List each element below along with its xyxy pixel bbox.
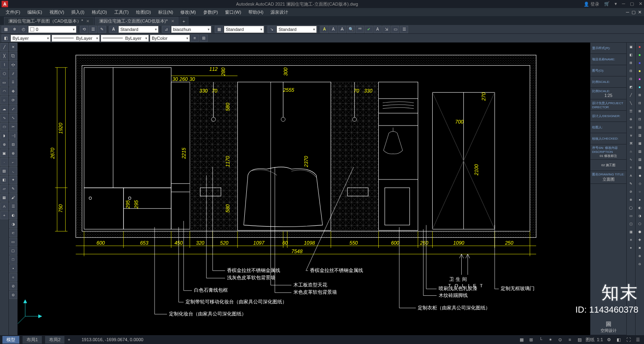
rj8[interactable]: ⊟ [636, 99, 644, 107]
justify-icon[interactable]: ☰ [400, 26, 408, 33]
addsel-icon[interactable]: ＋ [0, 211, 8, 219]
ri1[interactable]: ▣ [627, 43, 635, 50]
ri3[interactable]: ⊞ [627, 59, 635, 66]
more3-icon[interactable]: ⊂ [9, 229, 17, 237]
status-snap-icon[interactable]: ▦ [518, 336, 525, 343]
close-icon[interactable]: ✕ [86, 19, 89, 23]
mini-restore-button[interactable]: ▢ [632, 10, 636, 15]
menu-view[interactable]: 视图(V) [46, 8, 68, 16]
rj5[interactable]: ■ [636, 75, 644, 82]
gradient-icon[interactable]: ◧ [0, 176, 8, 184]
scale-icon[interactable]: ⇲ [382, 26, 390, 33]
rj27[interactable]: ⊕ [636, 252, 644, 260]
rj25[interactable]: ✚ [636, 236, 644, 243]
ri25[interactable]: ☀ [627, 236, 635, 243]
doc-tab-2[interactable]: 澜园住宅施工-立面图(CAD低版本)* ✕ [95, 17, 179, 25]
status-gear-icon[interactable]: ⚙ [605, 336, 613, 343]
rj15[interactable]: ▨ [636, 156, 644, 163]
more2-icon[interactable]: ◑ [9, 220, 17, 228]
status-iso-icon[interactable]: ◧ [615, 336, 622, 343]
ri17[interactable]: A [627, 172, 635, 179]
table-style-icon[interactable]: ▦ [215, 26, 223, 33]
stretch-icon[interactable]: ⤡ [9, 114, 17, 122]
move-icon[interactable]: ✥ [9, 87, 17, 95]
mini-close-button[interactable]: ✕ [638, 10, 642, 15]
menu-file[interactable]: 文件(F) [2, 8, 23, 16]
scale-icon[interactable]: ⤢ [9, 105, 17, 113]
paint-icon[interactable]: 🖌 [9, 194, 17, 202]
layer-prev-icon[interactable]: ☰ [89, 26, 97, 33]
explode-icon[interactable]: ✦ [9, 176, 17, 184]
ri13[interactable]: ⌘ [627, 140, 635, 147]
menu-modify[interactable]: 修改(M) [177, 8, 199, 16]
more8-icon[interactable]: ⟐ [9, 273, 17, 281]
status-lw-icon[interactable]: ≡ [566, 336, 574, 343]
ri6[interactable]: ◩ [627, 83, 635, 91]
menu-param[interactable]: 参数(P) [200, 8, 221, 16]
more1-icon[interactable]: ◐ [9, 211, 17, 219]
extend-icon[interactable]: →| [9, 132, 17, 140]
copy-icon[interactable]: ⿻ [9, 52, 17, 60]
mleaderstyle-combo[interactable]: Standard [277, 26, 317, 33]
ri14[interactable]: ⌂ [627, 148, 635, 155]
linetype-combo[interactable]: ByLayer [52, 35, 100, 42]
minimize-button[interactable]: ─ [622, 1, 625, 7]
rj24[interactable]: ⬢ [636, 228, 644, 235]
ri12[interactable]: ⊎ [627, 132, 635, 139]
find-icon[interactable]: 🔍 [347, 26, 355, 33]
rj12[interactable]: ▥ [636, 132, 644, 139]
ri5[interactable]: ⊡ [627, 75, 635, 82]
ri7[interactable]: ╱ [627, 91, 635, 99]
text-a2-icon[interactable]: A [329, 26, 337, 33]
insert-icon[interactable]: ⊕ [0, 140, 8, 148]
revcloud-icon[interactable]: ☁ [0, 105, 8, 113]
menu-edit[interactable]: 编辑(E) [24, 8, 45, 16]
dim-style-icon[interactable]: ⊿ [162, 26, 170, 33]
line-icon[interactable]: ╱ [0, 43, 8, 51]
rj26[interactable]: ✖ [636, 244, 644, 251]
menu-help[interactable]: 帮助(H) [245, 8, 266, 16]
menu-yuanquan[interactable]: 源泉设计 [267, 8, 291, 16]
status-custom-icon[interactable]: ☰ [634, 336, 642, 343]
status-osnap-icon[interactable]: ⊙ [557, 336, 564, 343]
rectangle-icon[interactable]: ▭ [0, 78, 8, 87]
region-icon[interactable]: ▱ [0, 185, 8, 193]
align-icon[interactable]: ☰ [9, 202, 17, 210]
rj11[interactable]: ▤ [636, 124, 644, 131]
ri16[interactable]: ≡ [627, 164, 635, 171]
pencil-icon[interactable]: ✎ [9, 185, 17, 193]
tablestyle-combo[interactable]: Standard [224, 26, 264, 33]
mleader-style-icon[interactable]: ↘ [268, 26, 276, 33]
status-polar-icon[interactable]: ✶ [547, 336, 554, 343]
polygon-icon[interactable]: ⬡ [0, 70, 8, 78]
ellipse-icon[interactable]: ⬭ [0, 123, 8, 131]
trim-icon[interactable]: ✂ [9, 123, 17, 131]
close-button[interactable]: ✕ [639, 1, 642, 7]
rj3[interactable]: ■ [636, 59, 644, 66]
status-grid-icon[interactable]: ⊞ [528, 336, 535, 343]
color-combo[interactable]: ByLayer [10, 35, 51, 42]
list-icon[interactable]: ≡ [191, 35, 199, 42]
maximize-button[interactable]: ▢ [630, 1, 634, 7]
join-icon[interactable]: ⊕ [9, 149, 17, 157]
rj4[interactable]: ■ [636, 67, 644, 74]
table-icon[interactable]: ▦ [0, 194, 8, 202]
more6-icon[interactable]: □ [9, 255, 17, 264]
dimstyle-combo[interactable]: biaozhun [171, 26, 211, 33]
cart-icon[interactable]: 🛒 [604, 1, 610, 7]
mirror-icon[interactable]: ⦁|⦁ [9, 61, 17, 69]
text-a3-icon[interactable]: A [338, 26, 346, 33]
drawing-canvas[interactable]: 1920 2670 750 2215 295 295 580 1170 580 … [18, 43, 590, 335]
menu-insert[interactable]: 插入(I) [68, 8, 87, 16]
ellipse-arc-icon[interactable]: ◗ [0, 132, 8, 140]
status-scale[interactable]: 1:1 [597, 337, 603, 342]
circle-icon[interactable]: ○ [0, 96, 8, 104]
text-a1-icon[interactable]: A [320, 26, 328, 33]
rj28[interactable]: ⊖ [636, 260, 644, 268]
hatch-icon[interactable]: ▨ [0, 167, 8, 175]
ri19[interactable]: ⊘ [627, 188, 635, 195]
make-current-icon[interactable]: ⟲ [80, 26, 88, 33]
more5-icon[interactable]: ▢ [9, 247, 17, 255]
rj23[interactable]: ⬡ [636, 220, 644, 227]
status-full-icon[interactable]: ⛶ [625, 336, 632, 343]
